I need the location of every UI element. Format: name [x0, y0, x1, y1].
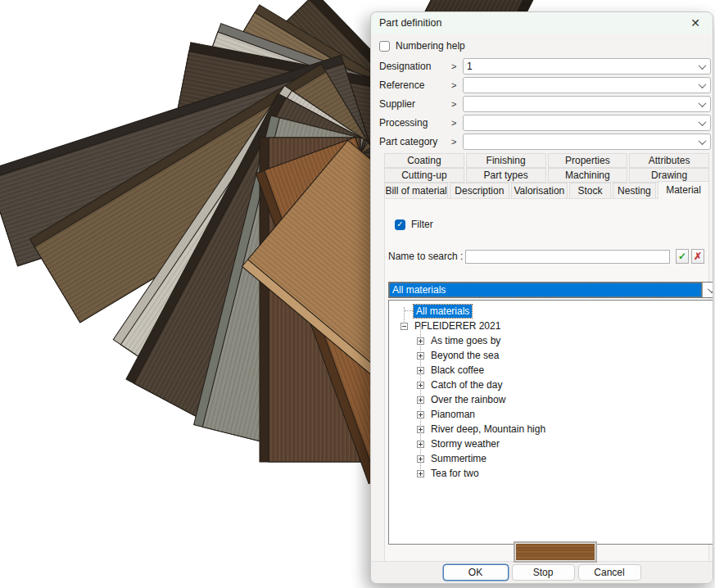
- designation-expander-icon[interactable]: >: [451, 61, 463, 71]
- numbering-help-row: Numbering help: [379, 38, 711, 53]
- collapse-icon[interactable]: [400, 323, 408, 330]
- numbering-help-label: Numbering help: [396, 40, 465, 52]
- apply-search-button[interactable]: ✓: [676, 249, 689, 264]
- tree-item-all-materials[interactable]: All materials: [389, 304, 713, 319]
- tree-item-pfleiderer-2021[interactable]: PFLEIDERER 2021: [389, 319, 713, 333]
- tab-strip: Coating Finishing Properties Attributes …: [384, 153, 709, 564]
- tree-item-stormy-weather[interactable]: Stormy weather: [389, 436, 713, 451]
- supplier-expander-icon[interactable]: >: [451, 99, 463, 109]
- dialog-titlebar[interactable]: Part definition ✕: [371, 12, 713, 34]
- expand-icon[interactable]: [417, 367, 424, 374]
- processing-expander-icon[interactable]: >: [451, 118, 463, 128]
- tab-coating[interactable]: Coating: [384, 153, 464, 168]
- materials-combobox-value: All materials: [389, 283, 702, 297]
- tab-nesting[interactable]: Nesting: [613, 183, 656, 199]
- tab-stock[interactable]: Stock: [569, 183, 611, 199]
- tab-cutting-up[interactable]: Cutting-up: [384, 168, 464, 183]
- part-category-combobox[interactable]: [463, 133, 711, 150]
- tab-valorisation[interactable]: Valorisation: [511, 183, 568, 199]
- reference-input[interactable]: [464, 78, 694, 93]
- tree-item-tea-for-two[interactable]: Tea for two: [389, 466, 713, 481]
- expand-icon[interactable]: [417, 470, 424, 477]
- material-tab-panel: ✓ Filter Name to search : ✓ ✗ All materi…: [384, 198, 709, 564]
- tree-item-label[interactable]: Stormy weather: [431, 438, 500, 450]
- tree-item-as-time-goes-by[interactable]: As time goes by: [389, 333, 713, 348]
- tree-item-label[interactable]: Tea for two: [431, 468, 479, 479]
- tree-item-summertime[interactable]: Summertime: [389, 451, 713, 466]
- supplier-label: Supplier: [379, 98, 451, 110]
- chevron-down-icon[interactable]: [694, 59, 710, 74]
- tree-guide-line: [405, 310, 413, 311]
- close-icon[interactable]: ✕: [686, 15, 704, 31]
- tree-item-pianoman[interactable]: Pianoman: [389, 407, 713, 422]
- expand-icon[interactable]: [417, 426, 424, 433]
- designation-label: Designation: [379, 61, 451, 72]
- tab-machining[interactable]: Machining: [548, 168, 628, 183]
- tree-item-label[interactable]: Summertime: [431, 453, 486, 464]
- expand-icon[interactable]: [417, 396, 424, 404]
- part-category-input[interactable]: [464, 134, 694, 149]
- reference-row: Reference >: [379, 77, 711, 93]
- tree-item-over-the-rainbow[interactable]: Over the rainbow: [389, 392, 713, 407]
- supplier-input[interactable]: [464, 97, 694, 111]
- stop-button[interactable]: Stop: [512, 564, 575, 581]
- materials-combobox[interactable]: All materials: [388, 282, 713, 298]
- processing-combobox[interactable]: [463, 115, 711, 131]
- tab-bill-of-material[interactable]: Bill of material: [384, 183, 448, 199]
- supplier-combobox[interactable]: [463, 96, 711, 112]
- tree-item-label[interactable]: Beyond the sea: [431, 350, 499, 361]
- name-to-search-label: Name to search :: [388, 251, 465, 262]
- tree-item-label[interactable]: Pianoman: [431, 409, 475, 420]
- part-definition-dialog: Part definition ✕ Numbering help Designa…: [370, 11, 713, 584]
- name-to-search-input[interactable]: [465, 250, 670, 264]
- tree-group-label[interactable]: PFLEIDERER 2021: [414, 320, 500, 332]
- tab-material[interactable]: Material: [658, 181, 709, 199]
- tab-row-1: Coating Finishing Properties Attributes: [384, 153, 709, 168]
- tree-item-label[interactable]: Catch of the day: [431, 379, 502, 391]
- part-category-row: Part category >: [379, 133, 711, 150]
- chevron-down-icon[interactable]: [694, 97, 710, 111]
- tree-item-river-deep-mountain-high[interactable]: River deep, Mountain high: [389, 422, 713, 436]
- supplier-row: Supplier >: [379, 96, 711, 112]
- chevron-down-icon[interactable]: [702, 283, 713, 297]
- reference-expander-icon[interactable]: >: [451, 80, 463, 90]
- tab-attributes[interactable]: Attributes: [629, 153, 709, 168]
- tree-item-label[interactable]: Black coffee: [431, 364, 484, 376]
- expand-icon[interactable]: [417, 441, 424, 448]
- processing-input[interactable]: [464, 115, 694, 130]
- dialog-body: Numbering help Designation > Reference >: [371, 34, 713, 583]
- expand-icon[interactable]: [417, 455, 424, 463]
- tab-part-types[interactable]: Part types: [466, 168, 546, 183]
- cancel-button[interactable]: Cancel: [578, 564, 641, 581]
- tree-item-catch-of-the-day[interactable]: Catch of the day: [389, 378, 713, 392]
- tree-item-label[interactable]: As time goes by: [431, 335, 500, 346]
- search-row: Name to search : ✓ ✗: [388, 249, 704, 264]
- chevron-down-icon[interactable]: [694, 115, 710, 130]
- numbering-help-checkbox[interactable]: [379, 41, 390, 52]
- tree-item-label[interactable]: Over the rainbow: [431, 394, 505, 405]
- filter-row: ✓ Filter: [395, 219, 433, 230]
- tab-description[interactable]: Description: [450, 183, 509, 199]
- tree-selected-label[interactable]: All materials: [414, 305, 472, 318]
- ok-button[interactable]: OK: [443, 564, 509, 581]
- designation-combobox[interactable]: [463, 58, 711, 75]
- expand-icon[interactable]: [417, 337, 424, 345]
- chevron-down-icon[interactable]: [694, 134, 710, 149]
- tab-finishing[interactable]: Finishing: [466, 153, 546, 168]
- designation-input[interactable]: [464, 59, 694, 74]
- tab-properties[interactable]: Properties: [548, 153, 628, 168]
- tree-item-beyond-the-sea[interactable]: Beyond the sea: [389, 348, 713, 363]
- filter-checkbox[interactable]: ✓: [395, 219, 405, 230]
- expand-icon[interactable]: [417, 382, 424, 389]
- part-category-expander-icon[interactable]: >: [451, 137, 463, 147]
- expand-icon[interactable]: [417, 411, 424, 418]
- filter-label: Filter: [411, 219, 433, 230]
- tree-item-black-coffee[interactable]: Black coffee: [389, 363, 713, 378]
- footer-button-bar: OK Stop Cancel: [371, 561, 713, 583]
- expand-icon[interactable]: [417, 352, 424, 360]
- chevron-down-icon[interactable]: [694, 78, 710, 93]
- tree-item-label[interactable]: River deep, Mountain high: [431, 423, 545, 435]
- material-preview-swatch: [514, 541, 597, 563]
- clear-search-button[interactable]: ✗: [691, 249, 704, 264]
- reference-combobox[interactable]: [463, 77, 711, 93]
